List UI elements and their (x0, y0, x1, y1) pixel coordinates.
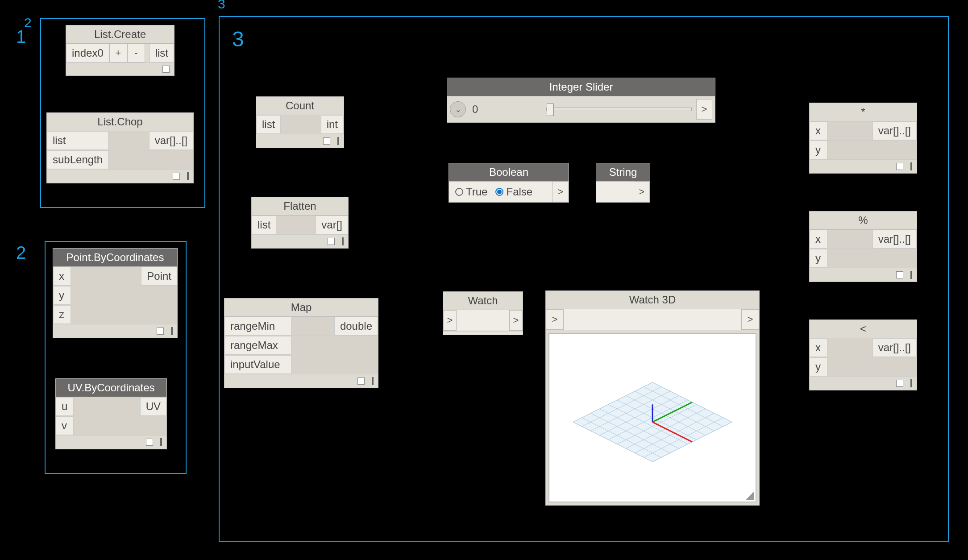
preview-checkbox[interactable] (173, 173, 180, 180)
slider-value[interactable]: 0 (466, 100, 542, 118)
lacing-icon[interactable] (910, 379, 912, 387)
radio-true[interactable]: True (455, 186, 487, 198)
lacing-icon[interactable] (910, 271, 912, 279)
port-y-in[interactable]: y (810, 249, 827, 268)
lacing-icon[interactable] (187, 172, 189, 180)
remove-port-button[interactable]: - (127, 44, 145, 62)
port-x-in[interactable]: x (810, 338, 827, 357)
preview-checkbox[interactable] (357, 377, 365, 385)
port-double-out[interactable]: double (334, 317, 378, 336)
slider-options-toggle[interactable]: ⌄ (450, 101, 466, 117)
port-y-in[interactable]: y (810, 357, 827, 376)
slider-output-port[interactable]: > (696, 99, 712, 120)
node-title: Point.ByCoordinates (53, 249, 177, 267)
grid-3d-icon (549, 334, 756, 502)
preview-checkbox[interactable] (323, 137, 330, 145)
port-index0[interactable]: index0 (66, 44, 109, 62)
watch3d-viewport[interactable] (548, 333, 756, 502)
node-lessthan[interactable]: < x var[]..[] y (809, 319, 917, 390)
lacing-icon[interactable] (342, 237, 344, 245)
node-list-chop[interactable]: List.Chop list var[]..[] subLength (46, 112, 194, 183)
port-var-out[interactable]: var[] (316, 216, 348, 234)
node-title: List.Create (66, 25, 174, 44)
port-v-in[interactable]: v (56, 416, 74, 435)
string-input[interactable] (596, 182, 634, 202)
radio-icon (495, 188, 503, 196)
port-y-in[interactable]: y (810, 141, 827, 159)
preview-checkbox[interactable] (146, 439, 153, 446)
port-list-out[interactable]: list (150, 44, 174, 62)
lacing-icon[interactable] (337, 137, 339, 145)
node-point-bycoordinates[interactable]: Point.ByCoordinates x Point y z (53, 248, 178, 338)
port-uv-out[interactable]: UV (140, 397, 166, 416)
region-3-top-label: 3 (218, 0, 225, 12)
node-title: % (810, 212, 917, 230)
port-rangemax-in[interactable]: rangeMax (224, 336, 291, 355)
port-sublength-in[interactable]: subLength (47, 150, 108, 169)
node-title: Integer Slider (447, 78, 715, 96)
port-x-in[interactable]: x (810, 121, 827, 140)
lacing-icon[interactable] (160, 438, 162, 446)
radio-true-label: True (466, 186, 487, 198)
node-watch-3d[interactable]: Watch 3D > > (545, 290, 760, 506)
node-list-create[interactable]: List.Create index0 + - list (66, 25, 174, 76)
port-int-out[interactable]: int (321, 115, 344, 134)
preview-checkbox[interactable] (896, 271, 903, 278)
port-y-in[interactable]: y (53, 286, 71, 305)
port-out[interactable]: var[]..[] (872, 338, 917, 357)
node-title: Watch 3D (546, 291, 759, 309)
node-watch[interactable]: Watch > > (443, 291, 523, 335)
watch3d-input-port[interactable]: > (546, 309, 564, 330)
node-title: Count (256, 97, 344, 115)
lacing-icon[interactable] (372, 377, 374, 385)
port-out[interactable]: var[]..[] (149, 131, 193, 150)
watch-output-port[interactable]: > (509, 310, 523, 331)
port-u-in[interactable]: u (56, 397, 74, 416)
node-title: Flatten (252, 197, 348, 216)
node-title: String (596, 163, 650, 182)
node-count[interactable]: Count list int (256, 96, 344, 148)
lacing-icon[interactable] (171, 327, 173, 335)
preview-checkbox[interactable] (162, 66, 170, 73)
node-uv-bycoordinates[interactable]: UV.ByCoordinates u UV v (55, 378, 167, 449)
node-title: Map (224, 299, 378, 317)
port-x-in[interactable]: x (810, 230, 827, 249)
resize-handle-icon[interactable] (746, 492, 754, 500)
radio-false[interactable]: False (495, 186, 532, 198)
node-boolean[interactable]: Boolean True False > (449, 163, 569, 203)
port-out[interactable]: var[]..[] (872, 121, 917, 140)
add-port-button[interactable]: + (109, 44, 127, 62)
port-rangemin-in[interactable]: rangeMin (224, 317, 291, 336)
preview-checkbox[interactable] (157, 328, 164, 335)
watch3d-output-port[interactable]: > (741, 309, 759, 330)
port-z-in[interactable]: z (53, 305, 71, 324)
region-2-indicator: 2 (24, 15, 32, 30)
node-title: Boolean (449, 163, 569, 182)
port-x-in[interactable]: x (53, 267, 71, 286)
preview-checkbox[interactable] (896, 380, 903, 387)
port-list-in[interactable]: list (252, 216, 276, 234)
slider-thumb[interactable] (547, 104, 554, 116)
port-list-in[interactable]: list (47, 131, 108, 150)
node-integer-slider[interactable]: Integer Slider ⌄ 0 > (447, 78, 715, 123)
watch-resize-bar[interactable] (443, 331, 523, 335)
port-out[interactable]: var[]..[] (872, 230, 917, 249)
slider-track[interactable] (546, 108, 692, 111)
node-map[interactable]: Map rangeMin double rangeMax inputValue (224, 298, 378, 388)
port-list-in[interactable]: list (256, 115, 281, 134)
node-modulo[interactable]: % x var[]..[] y (809, 211, 917, 282)
preview-checkbox[interactable] (328, 238, 335, 245)
node-flatten[interactable]: Flatten list var[] (251, 197, 349, 249)
boolean-output-port[interactable]: > (553, 182, 569, 202)
string-output-port[interactable]: > (634, 182, 650, 202)
node-multiply[interactable]: * x var[]..[] y (809, 103, 917, 174)
port-inputvalue-in[interactable]: inputValue (224, 355, 291, 374)
preview-checkbox[interactable] (896, 163, 903, 170)
watch-body (457, 310, 509, 331)
node-string[interactable]: String > (596, 163, 650, 203)
port-point-out[interactable]: Point (141, 267, 177, 286)
lacing-icon[interactable] (910, 162, 912, 170)
radio-false-label: False (506, 186, 532, 198)
watch-input-port[interactable]: > (443, 310, 457, 331)
watch3d-header-body (564, 309, 741, 330)
